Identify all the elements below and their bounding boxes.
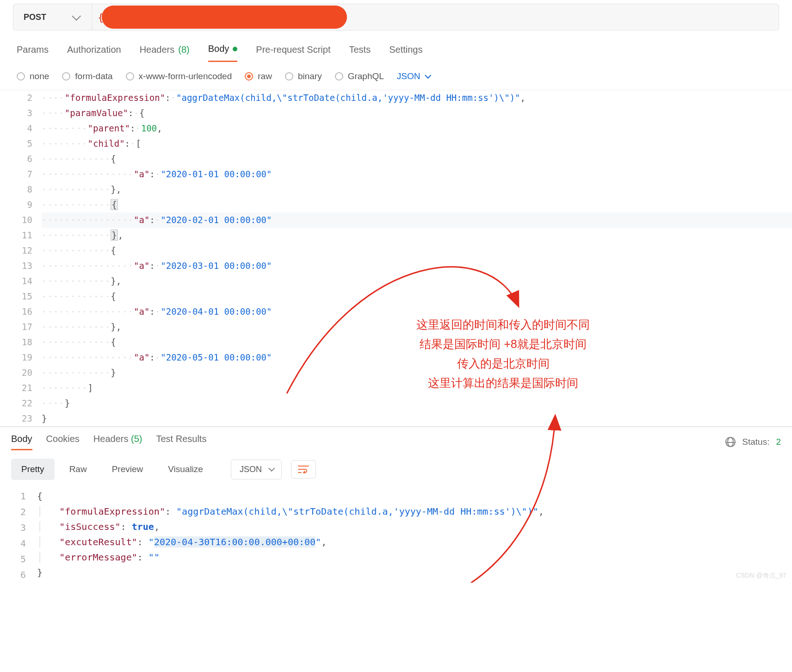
response-format-select[interactable]: JSON: [231, 460, 282, 479]
status-label: Status:: [742, 437, 769, 447]
status-value: 2: [776, 437, 781, 447]
request-tabs: Params Authorization Headers (8) Body Pr…: [0, 31, 792, 62]
view-visualize[interactable]: Visualize: [158, 459, 213, 480]
body-format-select[interactable]: JSON: [397, 71, 430, 81]
watermark: CSDN @奇点_97: [736, 572, 786, 580]
body-type-xwww[interactable]: x-www-form-urlencoded: [126, 71, 232, 81]
response-tabs: Body Cookies Headers (5) Test Results: [11, 434, 206, 450]
tab-tests[interactable]: Tests: [349, 44, 371, 62]
response-tab-test-results[interactable]: Test Results: [156, 434, 206, 450]
line-gutter: 234567891011121314151617181920212223: [0, 90, 42, 426]
http-method-value: POST: [24, 12, 46, 22]
view-mode-row: Pretty Raw Preview Visualize JSON: [0, 450, 792, 488]
code-area: {│ "formulaExpression": "aggrDateMax(chi…: [37, 488, 792, 583]
chevron-down-icon: [425, 72, 432, 79]
tab-headers[interactable]: Headers (8): [140, 44, 190, 62]
annotation-text: 这里返回的时间和传入的时间不同 结果是国际时间 +8就是北京时间 传入的是北京时…: [416, 315, 590, 392]
body-type-raw[interactable]: raw: [245, 71, 272, 81]
globe-icon[interactable]: [725, 437, 736, 447]
http-method-select[interactable]: POST: [13, 4, 92, 30]
tab-params[interactable]: Params: [17, 44, 49, 62]
body-type-binary[interactable]: binary: [285, 71, 322, 81]
body-type-row: none form-data x-www-form-urlencoded raw…: [0, 62, 792, 90]
chevron-down-icon: [268, 465, 275, 472]
response-header: Body Cookies Headers (5) Test Results St…: [0, 427, 792, 450]
view-pretty[interactable]: Pretty: [11, 459, 55, 480]
body-type-graphql[interactable]: GraphQL: [335, 71, 384, 81]
response-tab-body[interactable]: Body: [11, 434, 32, 450]
response-tab-headers[interactable]: Headers (5): [93, 434, 142, 450]
view-preview[interactable]: Preview: [102, 459, 154, 480]
body-type-formdata[interactable]: form-data: [62, 71, 112, 81]
line-gutter: 123456: [0, 488, 37, 583]
url-redacted: [102, 6, 347, 29]
tab-settings[interactable]: Settings: [389, 44, 422, 62]
wrap-lines-button[interactable]: [291, 460, 316, 479]
chevron-down-icon: [72, 12, 81, 21]
tab-body[interactable]: Body: [208, 44, 238, 62]
request-bar: POST {: [13, 4, 779, 31]
url-input[interactable]: {: [92, 4, 779, 30]
response-meta: Status: 2: [725, 437, 781, 447]
response-tab-cookies[interactable]: Cookies: [46, 434, 80, 450]
response-body-editor[interactable]: 123456 {│ "formulaExpression": "aggrDate…: [0, 488, 792, 583]
body-type-none[interactable]: none: [17, 71, 49, 81]
view-raw[interactable]: Raw: [59, 459, 97, 480]
tab-prerequest[interactable]: Pre-request Script: [256, 44, 330, 62]
modified-dot-icon: [233, 47, 237, 51]
tab-authorization[interactable]: Authorization: [67, 44, 121, 62]
request-body-editor[interactable]: 234567891011121314151617181920212223 ···…: [0, 90, 792, 426]
